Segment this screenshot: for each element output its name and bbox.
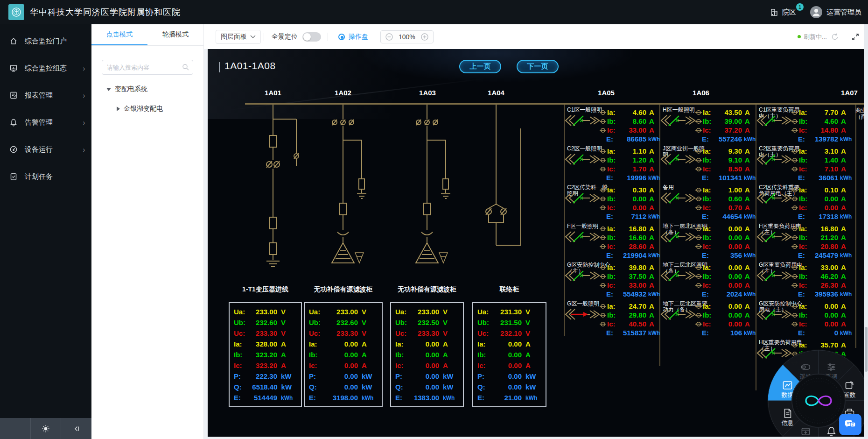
monitor-icon bbox=[9, 64, 18, 72]
feeder-row[interactable]: H区一般照明 Ia:43.50A Ib:39.00A Ic:37.20A E:5… bbox=[661, 106, 754, 145]
connector-icon bbox=[695, 244, 702, 249]
theme-toggle-button[interactable] bbox=[31, 418, 62, 439]
measurement-panel[interactable]: 无功补偿有源滤波柜 Ua: 233.00 V Ub: 232.50 V Uc: … bbox=[390, 302, 464, 407]
feeder-row[interactable]: G区重要负荷用电（主） Ia:33.00A Ib:46.20A Ic:26.30… bbox=[757, 262, 854, 300]
connector-icon bbox=[695, 196, 702, 202]
measurement-row: Ib: 323.20 A bbox=[230, 349, 301, 360]
person-icon bbox=[810, 6, 822, 18]
measurement-row: P: 0.00 kW bbox=[391, 371, 463, 382]
measurement-panel[interactable]: 无功补偿有源滤波柜 Ua: 233.00 V Ub: 232.60 V Uc: … bbox=[304, 302, 383, 407]
feeder-row[interactable]: C2区重要负荷用电（主） Ia:3.10A Ib:1.40A Ic:7.10A … bbox=[757, 145, 854, 184]
connector-icon bbox=[600, 321, 606, 327]
connector-icon bbox=[695, 283, 702, 288]
tree-node-jinyinhu[interactable]: 金银湖变配电 bbox=[91, 102, 204, 116]
operation-pad-label[interactable]: 操作盘 bbox=[349, 33, 368, 41]
measurement-row: Ia: 0.00 A bbox=[305, 339, 382, 349]
measurement-panel[interactable]: 联络柜 Ua: 231.30 V Ub: 231.50 V Uc: 232.10… bbox=[472, 302, 546, 407]
connector-icon bbox=[695, 265, 702, 270]
fullscreen-icon[interactable] bbox=[851, 33, 860, 41]
measurement-row: Q: 6518.40 kW bbox=[230, 382, 301, 392]
user-menu[interactable]: 运营管理员 bbox=[810, 6, 861, 18]
feeder-row[interactable]: J区商业街一般照明 Ia:9.30A Ib:9.10A Ic:8.50A E:1… bbox=[661, 145, 754, 184]
operation-pad-radio[interactable] bbox=[338, 34, 345, 40]
sidebar-item-tasks[interactable]: 计划任务 bbox=[0, 163, 91, 190]
feeder-row[interactable]: F区重要负荷用电（主） Ia:16.80A Ib:21.20A Ic:20.80… bbox=[757, 223, 854, 262]
caret-down-icon bbox=[106, 88, 111, 91]
sidebar-item-reports[interactable]: 报表管理 › bbox=[0, 82, 91, 109]
zoom-in-button[interactable] bbox=[421, 33, 428, 41]
feeder-row[interactable]: 备用 Ia:1.00A Ib:0.60A Ic:0.70A E:44654kWh bbox=[661, 184, 754, 223]
feeder-row[interactable]: G区一般照明 Ia:24.70A Ib:29.80A Ic:40.50A E:5… bbox=[565, 300, 658, 339]
mode-tabs: 点击模式 轮播模式 bbox=[91, 24, 203, 46]
connector-icon bbox=[695, 321, 702, 327]
zoom-out-button[interactable] bbox=[385, 33, 393, 41]
sidebar-item-scada[interactable]: 综合监控组态 › bbox=[0, 55, 91, 82]
alarm-bell-icon bbox=[9, 118, 18, 127]
connector-icon bbox=[600, 157, 606, 163]
bay-1A04 bbox=[486, 105, 521, 245]
bay-1A03 bbox=[416, 105, 450, 263]
layer-panel-button[interactable]: 图层面板 bbox=[216, 30, 261, 44]
tab-carousel-mode[interactable]: 轮播模式 bbox=[147, 24, 203, 45]
chevron-right-icon: › bbox=[83, 91, 85, 100]
feeder-row[interactable]: C2区传染科重要负荷用电（主） Ia:0.10A Ib:0.00A Ic:0.0… bbox=[757, 184, 854, 223]
connector-icon bbox=[695, 304, 702, 309]
feeder-row[interactable]: G区安防控制中心（主） Ia:39.80A Ib:37.50A Ic:33.00… bbox=[565, 262, 658, 300]
feeder-row[interactable]: C2区一般照明 Ia:1.10A Ib:1.20A Ic:1.70A E:199… bbox=[565, 145, 658, 184]
refresh-status-dot bbox=[798, 35, 801, 38]
connector-icon bbox=[600, 304, 606, 309]
connector-icon bbox=[600, 149, 606, 154]
search-input[interactable] bbox=[102, 60, 193, 75]
collapse-sidebar-button[interactable] bbox=[61, 418, 91, 439]
measurement-row: E: 514449 kWh bbox=[230, 392, 301, 403]
connector-icon bbox=[791, 226, 798, 232]
campus-button[interactable]: 院区 1 bbox=[770, 7, 796, 17]
connector-icon bbox=[600, 274, 606, 279]
measurement-row: Ic: 323.20 A bbox=[230, 360, 301, 371]
feeder-row[interactable]: C2区传染科一般照明 Ia:0.30A Ib:0.00A Ic:0.00A E:… bbox=[565, 184, 658, 223]
feeder-row[interactable]: 地下一层北区照明（备） Ia:0.00A Ib:0.00A Ic:0.00A E… bbox=[661, 223, 754, 262]
measurement-row: Ua: 233.00 V bbox=[391, 306, 463, 317]
panorama-toggle[interactable] bbox=[302, 32, 321, 42]
feeder-row[interactable]: C1区一般照明 Ia:4.60A Ib:8.60A Ic:33.00A E:86… bbox=[565, 106, 658, 145]
measurement-row: Q: 0.00 kW bbox=[305, 382, 382, 392]
refresh-icon[interactable] bbox=[831, 33, 839, 41]
bay-label: 联络柜 bbox=[468, 285, 551, 294]
chat-button[interactable] bbox=[839, 414, 861, 435]
collapse-icon bbox=[72, 425, 81, 433]
feeder-row[interactable]: 地下二层北区照明（备） Ia:0.00A Ib:0.00A Ic:0.00A E… bbox=[661, 262, 754, 300]
connector-icon bbox=[600, 235, 606, 241]
connector-icon bbox=[695, 274, 702, 279]
tree-node-power-system[interactable]: 变配电系统 bbox=[91, 82, 204, 96]
home-icon bbox=[9, 37, 18, 45]
sidebar-item-devices[interactable]: 设备运行 › bbox=[0, 136, 91, 163]
measurement-panel[interactable]: 1-T1变压器进线 Ua: 233.00 V Ub: 232.60 V Uc: … bbox=[229, 302, 302, 407]
tab-click-mode[interactable]: 点击模式 bbox=[91, 24, 147, 45]
scrollbar-thumb[interactable] bbox=[865, 327, 868, 372]
bay-label: 无功补偿有源滤波柜 bbox=[385, 285, 469, 294]
connector-icon bbox=[600, 127, 606, 133]
sidebar-item-portal[interactable]: 综合监控门户 bbox=[0, 28, 91, 55]
connector-icon bbox=[791, 157, 798, 163]
connector-icon bbox=[791, 196, 798, 202]
connector-icon bbox=[600, 166, 606, 172]
sidebar-item-alarms[interactable]: 告警管理 › bbox=[0, 109, 91, 136]
connector-icon bbox=[600, 119, 606, 124]
feeder-row[interactable]: G区安防控制中心用电（主） Ia:0.00A Ib:0.00A Ic:0.00A… bbox=[757, 300, 854, 339]
feeder-row[interactable]: C1区重要负荷用电（主） Ia:7.70A Ib:4.60A Ic:14.80A… bbox=[757, 106, 854, 145]
connector-icon bbox=[695, 110, 702, 115]
connector-icon bbox=[791, 127, 798, 133]
feeder-column-1A05: C1区一般照明 Ia:4.60A Ib:8.60A Ic:33.00A E:86… bbox=[565, 106, 658, 339]
clipped-feeder-label: （商 bbox=[855, 113, 864, 121]
user-label: 运营管理员 bbox=[826, 8, 861, 17]
sidebar-footer bbox=[0, 418, 91, 439]
measurement-row: Ua: 233.00 V bbox=[230, 306, 301, 317]
scada-canvas[interactable]: 1A01-1A08 上一页 下一页 1A01 1A02 1A03 1A04 1A… bbox=[208, 49, 864, 437]
connector-icon bbox=[791, 274, 798, 279]
connector-icon bbox=[600, 196, 606, 202]
campus-label: 院区 bbox=[782, 8, 796, 17]
feeder-row[interactable]: F区一般照明 Ia:16.80A Ib:16.60A Ic:28.60A E:2… bbox=[565, 223, 658, 262]
sidebar: 综合监控门户 综合监控组态 › 报表管理 › 告警管理 › 设备运行 › 计划任… bbox=[0, 24, 91, 439]
feeder-row[interactable]: 地下二层北区重要动力（备） Ia:0.00A Ib:0.00A Ic:0.00A… bbox=[661, 300, 754, 339]
chat-icon bbox=[844, 419, 856, 430]
